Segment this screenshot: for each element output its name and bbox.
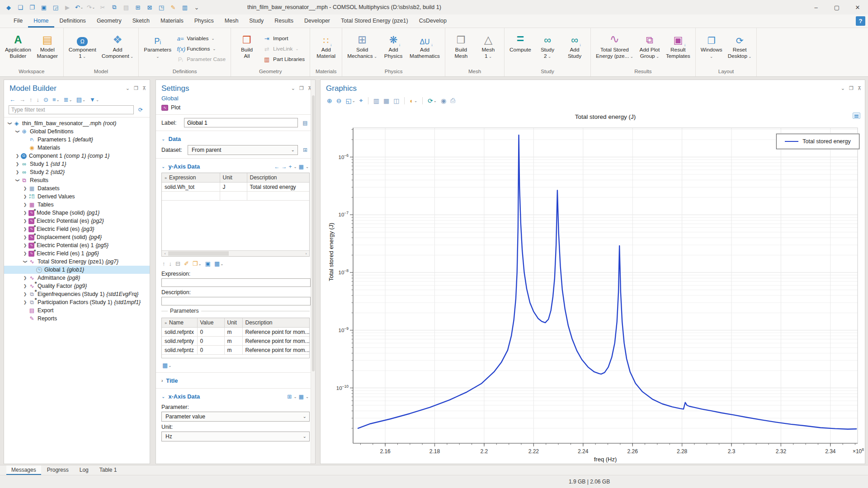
expander-icon[interactable]: ❯	[14, 162, 20, 166]
menu-item-materials[interactable]: Materials	[155, 15, 189, 28]
tree-item-study-2[interactable]: ❯∞Study 2{std2}	[4, 168, 150, 176]
ribbon-button-parameters[interactable]: PᵢParameters ⌄	[142, 29, 174, 68]
add-dataset-icon[interactable]: ⊞	[301, 145, 310, 155]
status-tab-log[interactable]: Log	[75, 465, 94, 475]
table-row[interactable]: solid.Wh_totJTotal stored energy	[162, 183, 309, 192]
expand-all-icon[interactable]: ≣⌄	[64, 96, 72, 103]
tree-item-derived-values[interactable]: ❯8.85 e-12Derived Values	[4, 192, 150, 201]
save-icon[interactable]: ▣	[39, 2, 49, 13]
column-header[interactable]: Unit	[224, 318, 242, 328]
expander-icon[interactable]: ❯	[22, 284, 28, 288]
column-header[interactable]: Value	[197, 318, 224, 328]
move-up-icon[interactable]: ↑	[29, 96, 33, 103]
tree-item-electric-potential-es-[interactable]: ❯∿Electric Potential (es){pg2}	[4, 217, 150, 225]
axis-log-icon[interactable]: ▥	[373, 97, 379, 104]
float-panel-icon[interactable]: ❐	[299, 85, 304, 91]
section-data[interactable]: ⌄ Data	[160, 133, 310, 144]
section-title[interactable]: › Title	[160, 375, 310, 386]
column-header[interactable]: Unit	[220, 173, 247, 183]
tree-item-reports[interactable]: ✎Reports	[4, 314, 150, 323]
table-cell[interactable]: solid.refpntz	[162, 346, 197, 355]
scrollbar-thumb[interactable]	[312, 95, 315, 371]
section-x-axis-data[interactable]: ⌄ x-Axis Data ⊞⌄ ▦⌄	[160, 391, 310, 402]
expander-icon[interactable]: ❯	[22, 227, 28, 231]
table-cell[interactable]: m	[224, 346, 242, 355]
tree-filter-input[interactable]	[9, 105, 134, 114]
ribbon-button-result[interactable]: ▣↓Result Templates	[664, 29, 693, 68]
expander-icon[interactable]: ❯	[22, 194, 28, 199]
tree-item-electric-field-es-[interactable]: ❯∿Electric Field (es){pg3}	[4, 225, 150, 233]
table-cell[interactable]	[220, 192, 247, 201]
tree-item-export[interactable]: ▤Export	[4, 306, 150, 314]
node-label-icon[interactable]: ▤⌄	[76, 96, 85, 103]
menu-item-home[interactable]: Home	[28, 15, 54, 28]
table-row[interactable]: solid.refpnty0mReference point for mom..…	[162, 337, 309, 346]
close-button[interactable]: ✕	[847, 0, 868, 14]
table-cell[interactable]: Reference point for mom...	[242, 346, 309, 355]
ribbon-button-study[interactable]: ∞Study 2 ⌄	[534, 29, 561, 68]
expander-icon[interactable]: ❯	[8, 121, 12, 127]
table-row[interactable]: solid.refpntz0mReference point for mom..…	[162, 346, 309, 355]
zoom-in-icon[interactable]: ⊕	[327, 97, 332, 104]
panel-menu-icon[interactable]: ⌄	[291, 85, 295, 91]
zoom-out-icon[interactable]: ⊖	[336, 97, 342, 104]
expander-icon[interactable]: ❯	[15, 178, 20, 183]
plot-update-icon[interactable]: ⟳⌄	[428, 97, 437, 104]
tree-item-displacement-solid-[interactable]: ❯∿Displacement (solid){pg4}	[4, 233, 150, 241]
status-tab-messages[interactable]: Messages	[6, 465, 41, 475]
ribbon-button-build[interactable]: ❒Build Mesh	[448, 29, 474, 68]
menu-item-csdevelop[interactable]: CsDevelop	[414, 15, 452, 28]
tree-item-admittance[interactable]: ❯∿Admittance{pg8}	[4, 274, 150, 282]
table-row[interactable]: solid.refpntx0mReference point for mom..…	[162, 328, 309, 337]
scroll-right-icon[interactable]: ›	[303, 252, 309, 256]
column-header[interactable]: Description	[247, 173, 309, 183]
back-icon[interactable]: ←	[9, 96, 15, 103]
expander-icon[interactable]: ❯	[14, 170, 20, 174]
plot-tools-icon[interactable]	[853, 113, 860, 119]
tree-item-global-definitions[interactable]: ❯⊕Global Definitions	[4, 127, 150, 136]
table-cell[interactable]: Reference point for mom...	[242, 328, 309, 337]
move-right-icon[interactable]: →	[281, 164, 287, 170]
settings-scrollbar[interactable]	[311, 80, 315, 464]
tree-item-eigenfrequencies-study-1-[interactable]: ❯⧉Eigenfrequencies (Study 1){std1EvgFrq}	[4, 290, 150, 298]
status-tab-progress[interactable]: Progress	[42, 465, 74, 475]
ribbon-button-add[interactable]: ∷↓Add Material	[313, 29, 339, 68]
table-cell[interactable]	[162, 192, 220, 201]
expander-icon[interactable]: ❯	[22, 276, 28, 280]
column-header[interactable]: »Name	[162, 318, 197, 328]
show-icon[interactable]: ⊙	[43, 96, 48, 103]
add-expression-icon[interactable]: +	[288, 164, 292, 170]
save-as-icon[interactable]: ◲	[51, 2, 61, 13]
duplicate-icon[interactable]: ⊞	[133, 2, 143, 13]
help-button[interactable]: ?	[856, 16, 865, 26]
tree-item-study-1[interactable]: ❯∞Study 1{std 1}	[4, 160, 150, 168]
tree-item-total-stored-energy-pze1-[interactable]: ❯∿Total Stored Energy (pze1){pg7}	[4, 258, 150, 266]
preview-report-icon[interactable]: ▥	[180, 2, 190, 13]
ribbon-button-add[interactable]: ❖Add Component ⌄	[99, 29, 136, 68]
minimize-button[interactable]: –	[806, 0, 826, 14]
table-cell[interactable]: solid.refpntx	[162, 328, 197, 337]
tree-item-mode-shape-solid-[interactable]: ❯∿Mode Shape (solid){pg1}	[4, 209, 150, 217]
unit-select[interactable]: Hz ⌄	[161, 432, 310, 441]
ribbon-button-total-stored[interactable]: ∿Total Stored Energy (pze... ⌄	[594, 29, 636, 68]
ribbon-button-component[interactable]: ΩComponent 1 ⌄	[66, 29, 99, 68]
move-left-icon[interactable]: ←	[274, 164, 279, 170]
expander-icon[interactable]: ❯	[14, 154, 20, 158]
horizontal-scrollbar[interactable]: ‹ ›	[162, 250, 309, 256]
menu-item-total-stored-energy-pze1-[interactable]: Total Stored Energy (pze1)	[335, 15, 414, 28]
scrollbar-thumb[interactable]	[168, 251, 229, 256]
scroll-left-icon[interactable]: ‹	[162, 252, 168, 256]
expander-icon[interactable]: ❯	[22, 235, 28, 239]
expander-icon[interactable]: ❯	[15, 129, 20, 135]
table-options-icon[interactable]: ▦	[299, 164, 304, 170]
expander-icon[interactable]: ❯	[22, 211, 28, 215]
axis-limits-icon[interactable]: ◫	[393, 97, 399, 104]
ribbon-button-application[interactable]: AApplication Builder	[3, 29, 33, 68]
delete-icon[interactable]: ⊠	[145, 2, 155, 13]
ribbon-button-compute[interactable]: =Compute	[507, 29, 533, 68]
expander-icon[interactable]: ❯	[23, 259, 28, 265]
tree-item-thin-film-baw-resonator-mph[interactable]: ❯◈thin_film_baw_resonator__.mph(root)	[4, 119, 150, 127]
ribbon-button-add[interactable]: ❋↓Add Physics	[380, 29, 406, 68]
filter-icon[interactable]: ▼⌄	[90, 96, 99, 103]
ribbon-button-mesh[interactable]: △Mesh 1 ⌄	[475, 29, 501, 68]
